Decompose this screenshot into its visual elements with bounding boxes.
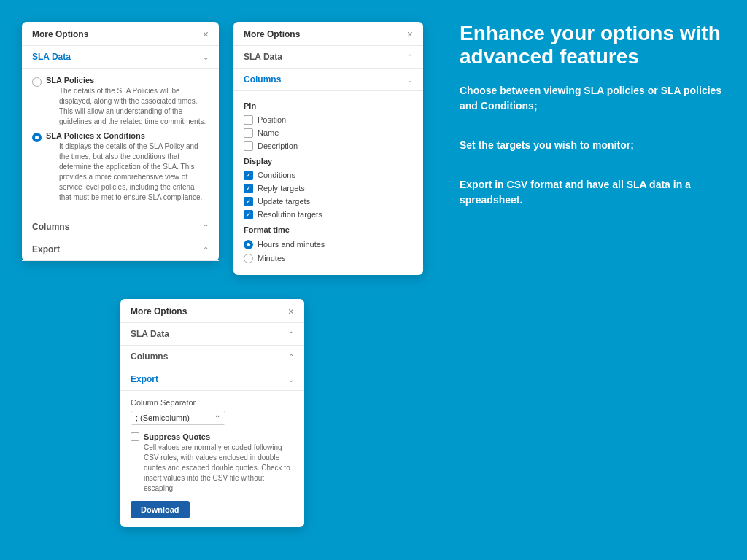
section-columns-1[interactable]: Columns ⌃ (22, 216, 219, 238)
sla-policies-label: SLA Policies (46, 76, 209, 85)
right-panel: Enhance your options with advanced featu… (445, 0, 747, 560)
sla-conditions-desc: It displays the details of the SLA Polic… (59, 141, 209, 203)
left-panel: More Options × SLA Data ⌄ SLA Policies T… (0, 0, 445, 560)
modal-card-1: More Options × SLA Data ⌄ SLA Policies T… (22, 22, 219, 261)
resolution-targets-label: Resolution targets (258, 210, 322, 219)
radio-sla-policies[interactable] (32, 77, 42, 87)
main-headline: Enhance your options with advanced featu… (460, 22, 732, 69)
chevron-columns-2: ⌄ (407, 76, 413, 84)
sla-conditions-label: SLA Policies x Conditions (46, 131, 209, 140)
modal-title-2: More Options (244, 29, 300, 39)
section-export-3[interactable]: Export ⌄ (120, 368, 304, 391)
display-resolution-targets: Resolution targets (244, 209, 413, 219)
suppress-desc: Cell values are normally encoded followi… (144, 443, 294, 494)
suppress-text: Suppress Quotes Cell values are normally… (144, 432, 294, 494)
sla-data-label-1: SLA Data (32, 52, 71, 62)
modal-title-3: More Options (131, 306, 187, 316)
update-targets-label: Update targets (258, 197, 310, 206)
format-hours-minutes: Hours and minutes (244, 238, 413, 249)
checkbox-reply-targets[interactable] (244, 184, 253, 193)
divider-2 (460, 165, 732, 166)
body-text-2: Set the targets you wish to monitor; (460, 138, 732, 153)
download-button[interactable]: Download (131, 501, 190, 518)
pin-label: Pin (244, 101, 413, 110)
export-label-1: Export (32, 244, 60, 254)
display-label: Display (244, 157, 413, 166)
chevron-up-1: ⌄ (203, 53, 209, 61)
export-label-3: Export (131, 374, 158, 384)
checkbox-resolution-targets[interactable] (244, 210, 253, 219)
section-content-1: SLA Policies The details of the SLA Poli… (22, 69, 219, 216)
format-minutes: Minutes (244, 252, 413, 263)
section-columns-2[interactable]: Columns ⌄ (233, 69, 423, 91)
display-conditions: Conditions (244, 170, 413, 180)
suppress-quotes-label: Suppress Quotes (144, 432, 294, 441)
section-sla-data-1[interactable]: SLA Data ⌄ (22, 46, 219, 69)
reply-targets-label: Reply targets (258, 184, 305, 192)
chevron-down-columns: ⌃ (203, 223, 209, 231)
modal-header-1: More Options × (22, 22, 219, 46)
section-sla-data-2[interactable]: SLA Data ⌃ (233, 46, 423, 69)
name-label: Name (258, 128, 279, 137)
suppress-quotes-row: Suppress Quotes Cell values are normally… (131, 432, 294, 494)
radio-hours-minutes[interactable] (244, 240, 253, 249)
modal-close-1[interactable]: × (203, 29, 209, 39)
position-label: Position (258, 115, 286, 124)
sla-data-label-3: SLA Data (131, 329, 169, 339)
modal-header-2: More Options × (233, 22, 423, 46)
radio-sla-conditions[interactable] (32, 133, 42, 142)
section-export-content: Column Separator ; (Semicolumn) ⌃ Suppre… (120, 391, 304, 527)
display-reply-targets: Reply targets (244, 183, 413, 193)
separator-select-wrapper[interactable]: ; (Semicolumn) ⌃ (131, 411, 225, 425)
separator-value: ; (Semicolumn) (136, 413, 190, 422)
option-sla-policies: SLA Policies The details of the SLA Poli… (32, 76, 209, 127)
chevron-sla-3: ⌃ (288, 330, 294, 338)
pin-description: Description (244, 141, 413, 151)
columns-label-3: Columns (131, 351, 168, 362)
pin-position: Position (244, 114, 413, 125)
format-time-label: Format time (244, 225, 413, 234)
sla-data-label-2: SLA Data (244, 52, 282, 62)
chevron-down-export: ⌃ (203, 246, 209, 254)
pin-name: Name (244, 128, 413, 138)
chevron-columns-3: ⌃ (288, 353, 294, 361)
display-update-targets: Update targets (244, 196, 413, 206)
modal-card-2: More Options × SLA Data ⌃ Columns ⌄ Pin … (233, 22, 423, 275)
section-columns-3[interactable]: Columns ⌃ (120, 346, 304, 368)
body-text-3: Export in CSV format and have all SLA da… (460, 177, 732, 208)
radio-minutes[interactable] (244, 254, 253, 263)
option-sla-policies-text: SLA Policies The details of the SLA Poli… (46, 76, 209, 127)
modal-close-3[interactable]: × (288, 306, 294, 316)
modal-card-3: More Options × SLA Data ⌃ Columns ⌃ Expo… (120, 299, 304, 527)
section-sla-data-3[interactable]: SLA Data ⌃ (120, 323, 304, 346)
section-export-1[interactable]: Export ⌃ (22, 238, 219, 261)
modal-body-2: SLA Data ⌃ Columns ⌄ Pin Position Name (233, 46, 423, 275)
column-separator-label: Column Separator (131, 398, 294, 407)
minutes-label: Minutes (258, 254, 286, 262)
conditions-label: Conditions (258, 171, 295, 179)
chevron-export-3: ⌄ (288, 376, 294, 384)
body-text-1: Choose between viewing SLA policies or S… (460, 83, 732, 114)
sla-policies-desc: The details of the SLA Policies will be … (59, 86, 209, 127)
checkbox-suppress-quotes[interactable] (131, 432, 139, 441)
checkbox-update-targets[interactable] (244, 197, 253, 206)
modal-close-2[interactable]: × (407, 29, 413, 39)
modal-body-1: SLA Data ⌄ SLA Policies The details of t… (22, 46, 219, 261)
modal-body-3: SLA Data ⌃ Columns ⌃ Export ⌄ Column Sep… (120, 323, 304, 527)
chevron-down-separator: ⌃ (214, 414, 220, 422)
checkbox-description[interactable] (244, 141, 253, 151)
columns-label-1: Columns (32, 222, 69, 232)
checkbox-name[interactable] (244, 128, 253, 138)
option-sla-conditions-text: SLA Policies x Conditions It displays th… (46, 131, 209, 203)
option-sla-conditions: SLA Policies x Conditions It displays th… (32, 131, 209, 203)
divider-1 (460, 125, 732, 126)
hours-minutes-label: Hours and minutes (258, 240, 325, 249)
description-label: Description (258, 141, 298, 150)
section-content-2: Pin Position Name Description Display Co… (233, 91, 423, 275)
checkbox-conditions[interactable] (244, 171, 253, 180)
chevron-sla-data-2: ⌃ (407, 53, 413, 61)
checkbox-position[interactable] (244, 115, 253, 125)
columns-label-2: Columns (244, 74, 281, 85)
modal-title-1: More Options (32, 29, 88, 39)
modal-header-3: More Options × (120, 299, 304, 323)
